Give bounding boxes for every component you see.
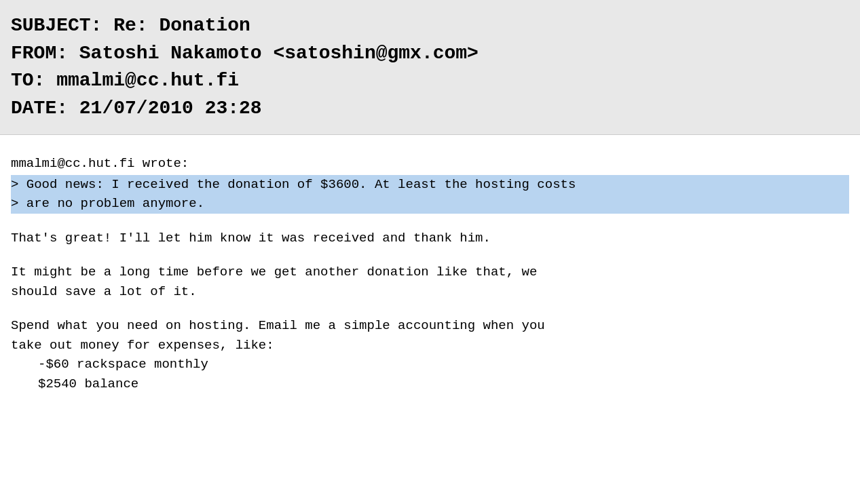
paragraph-2: It might be a long time before we get an… [11, 263, 849, 301]
subject-line: SUBJECT: Re: Donation [11, 12, 849, 40]
paragraph-2-line-2: should save a lot of it. [11, 282, 849, 302]
expense-2: $2540 balance [38, 374, 849, 394]
quoted-line-1: > Good news: I received the donation of … [11, 175, 849, 195]
from-line: FROM: Satoshi Nakamoto <satoshin@gmx.com… [11, 40, 849, 68]
quoted-attribution: mmalmi@cc.hut.fi wrote: [11, 154, 849, 174]
paragraph-1: That's great! I'll let him know it was r… [11, 229, 849, 248]
paragraph-2-line-1: It might be a long time before we get an… [11, 263, 849, 282]
quoted-block: > Good news: I received the donation of … [11, 175, 849, 214]
email-body: mmalmi@cc.hut.fi wrote: > Good news: I r… [0, 135, 860, 404]
paragraph-3-line-1: Spend what you need on hosting. Email me… [11, 316, 849, 336]
paragraph-3-line-2: take out money for expenses, like: [11, 336, 849, 355]
email-header: SUBJECT: Re: Donation FROM: Satoshi Naka… [0, 0, 860, 135]
expense-1: -$60 rackspace monthly [38, 355, 849, 374]
date-line: DATE: 21/07/2010 23:28 [11, 95, 849, 123]
quoted-line-2: > are no problem anymore. [11, 194, 849, 214]
paragraph-3: Spend what you need on hosting. Email me… [11, 316, 849, 393]
to-line: TO: mmalmi@cc.hut.fi [11, 67, 849, 95]
